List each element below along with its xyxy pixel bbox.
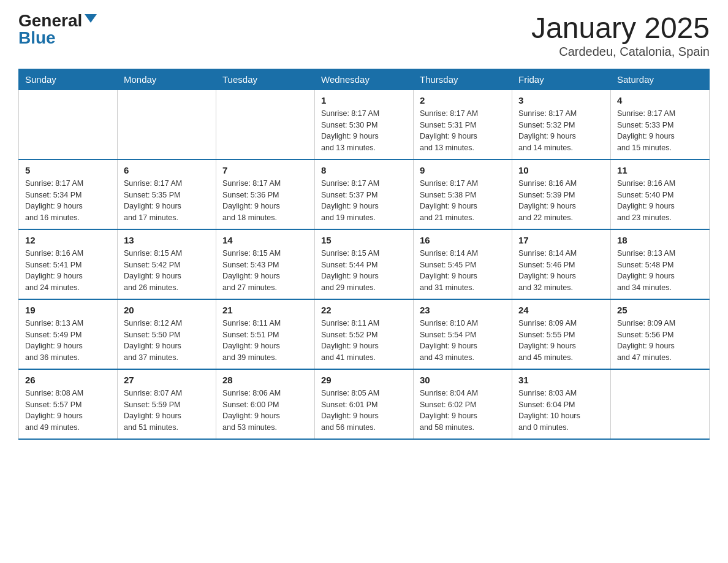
day-info: Sunrise: 8:15 AMSunset: 5:44 PMDaylight:… (321, 248, 407, 294)
calendar-week-row: 1Sunrise: 8:17 AMSunset: 5:30 PMDaylight… (19, 90, 710, 159)
day-info: Sunrise: 8:04 AMSunset: 6:02 PMDaylight:… (420, 388, 506, 434)
calendar-cell: 19Sunrise: 8:13 AMSunset: 5:49 PMDayligh… (19, 299, 118, 369)
calendar-cell (118, 90, 216, 159)
calendar-header-cell-wednesday: Wednesday (315, 69, 414, 90)
calendar-week-row: 12Sunrise: 8:16 AMSunset: 5:41 PMDayligh… (19, 229, 710, 299)
day-number: 31 (518, 375, 604, 385)
day-number: 28 (222, 375, 308, 385)
logo-general-text: General (18, 12, 82, 29)
page-header: General Blue January 2025 Cardedeu, Cata… (18, 12, 710, 59)
day-info: Sunrise: 8:16 AMSunset: 5:39 PMDaylight:… (518, 178, 604, 224)
day-info: Sunrise: 8:17 AMSunset: 5:31 PMDaylight:… (420, 108, 506, 154)
day-info: Sunrise: 8:17 AMSunset: 5:35 PMDaylight:… (124, 178, 210, 224)
calendar-cell: 20Sunrise: 8:12 AMSunset: 5:50 PMDayligh… (118, 299, 216, 369)
day-info: Sunrise: 8:17 AMSunset: 5:37 PMDaylight:… (321, 178, 407, 224)
day-number: 4 (617, 95, 703, 105)
day-number: 24 (518, 305, 604, 315)
day-info: Sunrise: 8:17 AMSunset: 5:33 PMDaylight:… (617, 108, 703, 154)
calendar-header-cell-sunday: Sunday (19, 69, 118, 90)
day-number: 8 (321, 165, 407, 175)
calendar-cell: 2Sunrise: 8:17 AMSunset: 5:31 PMDaylight… (414, 90, 512, 159)
day-number: 15 (321, 235, 407, 245)
day-info: Sunrise: 8:08 AMSunset: 5:57 PMDaylight:… (25, 388, 111, 434)
calendar-cell: 14Sunrise: 8:15 AMSunset: 5:43 PMDayligh… (216, 229, 315, 299)
logo: General Blue (18, 12, 97, 47)
calendar-cell: 7Sunrise: 8:17 AMSunset: 5:36 PMDaylight… (216, 159, 315, 229)
calendar-cell: 31Sunrise: 8:03 AMSunset: 6:04 PMDayligh… (512, 369, 611, 439)
calendar-title: January 2025 (531, 12, 710, 45)
day-number: 14 (222, 235, 308, 245)
day-number: 17 (518, 235, 604, 245)
calendar-cell (611, 369, 710, 439)
day-info: Sunrise: 8:15 AMSunset: 5:43 PMDaylight:… (222, 248, 308, 294)
day-info: Sunrise: 8:06 AMSunset: 6:00 PMDaylight:… (222, 388, 308, 434)
calendar-cell: 18Sunrise: 8:13 AMSunset: 5:48 PMDayligh… (611, 229, 710, 299)
calendar-header: SundayMondayTuesdayWednesdayThursdayFrid… (19, 69, 710, 90)
calendar-cell: 25Sunrise: 8:09 AMSunset: 5:56 PMDayligh… (611, 299, 710, 369)
day-info: Sunrise: 8:15 AMSunset: 5:42 PMDaylight:… (124, 248, 210, 294)
day-info: Sunrise: 8:13 AMSunset: 5:49 PMDaylight:… (25, 318, 111, 364)
calendar-week-row: 5Sunrise: 8:17 AMSunset: 5:34 PMDaylight… (19, 159, 710, 229)
day-number: 23 (420, 305, 506, 315)
day-number: 16 (420, 235, 506, 245)
day-info: Sunrise: 8:05 AMSunset: 6:01 PMDaylight:… (321, 388, 407, 434)
calendar-cell: 11Sunrise: 8:16 AMSunset: 5:40 PMDayligh… (611, 159, 710, 229)
day-number: 29 (321, 375, 407, 385)
calendar-cell: 17Sunrise: 8:14 AMSunset: 5:46 PMDayligh… (512, 229, 611, 299)
day-number: 1 (321, 95, 407, 105)
day-number: 11 (617, 165, 703, 175)
calendar-cell: 13Sunrise: 8:15 AMSunset: 5:42 PMDayligh… (118, 229, 216, 299)
day-number: 19 (25, 305, 111, 315)
calendar-cell: 29Sunrise: 8:05 AMSunset: 6:01 PMDayligh… (315, 369, 414, 439)
day-info: Sunrise: 8:10 AMSunset: 5:54 PMDaylight:… (420, 318, 506, 364)
day-number: 18 (617, 235, 703, 245)
day-info: Sunrise: 8:16 AMSunset: 5:40 PMDaylight:… (617, 178, 703, 224)
calendar-header-row: SundayMondayTuesdayWednesdayThursdayFrid… (19, 69, 710, 90)
day-number: 25 (617, 305, 703, 315)
calendar-cell: 24Sunrise: 8:09 AMSunset: 5:55 PMDayligh… (512, 299, 611, 369)
calendar-header-cell-tuesday: Tuesday (216, 69, 315, 90)
day-number: 13 (124, 235, 210, 245)
logo-blue-text: Blue (18, 29, 56, 47)
calendar-header-cell-saturday: Saturday (611, 69, 710, 90)
day-info: Sunrise: 8:16 AMSunset: 5:41 PMDaylight:… (25, 248, 111, 294)
calendar-header-cell-friday: Friday (512, 69, 611, 90)
calendar-subtitle: Cardedeu, Catalonia, Spain (531, 45, 710, 59)
calendar-cell: 27Sunrise: 8:07 AMSunset: 5:59 PMDayligh… (118, 369, 216, 439)
day-info: Sunrise: 8:14 AMSunset: 5:46 PMDaylight:… (518, 248, 604, 294)
day-info: Sunrise: 8:17 AMSunset: 5:32 PMDaylight:… (518, 108, 604, 154)
calendar-cell: 16Sunrise: 8:14 AMSunset: 5:45 PMDayligh… (414, 229, 512, 299)
calendar-cell: 26Sunrise: 8:08 AMSunset: 5:57 PMDayligh… (19, 369, 118, 439)
calendar-body: 1Sunrise: 8:17 AMSunset: 5:30 PMDaylight… (19, 90, 710, 439)
day-number: 21 (222, 305, 308, 315)
day-number: 3 (518, 95, 604, 105)
calendar-week-row: 26Sunrise: 8:08 AMSunset: 5:57 PMDayligh… (19, 369, 710, 439)
calendar-cell: 10Sunrise: 8:16 AMSunset: 5:39 PMDayligh… (512, 159, 611, 229)
calendar-cell: 28Sunrise: 8:06 AMSunset: 6:00 PMDayligh… (216, 369, 315, 439)
calendar-cell: 22Sunrise: 8:11 AMSunset: 5:52 PMDayligh… (315, 299, 414, 369)
day-number: 2 (420, 95, 506, 105)
calendar-cell: 23Sunrise: 8:10 AMSunset: 5:54 PMDayligh… (414, 299, 512, 369)
day-info: Sunrise: 8:03 AMSunset: 6:04 PMDaylight:… (518, 388, 604, 434)
calendar-cell: 9Sunrise: 8:17 AMSunset: 5:38 PMDaylight… (414, 159, 512, 229)
day-info: Sunrise: 8:14 AMSunset: 5:45 PMDaylight:… (420, 248, 506, 294)
day-info: Sunrise: 8:11 AMSunset: 5:52 PMDaylight:… (321, 318, 407, 364)
title-block: January 2025 Cardedeu, Catalonia, Spain (531, 12, 710, 59)
day-info: Sunrise: 8:17 AMSunset: 5:34 PMDaylight:… (25, 178, 111, 224)
calendar-cell: 5Sunrise: 8:17 AMSunset: 5:34 PMDaylight… (19, 159, 118, 229)
calendar-cell (19, 90, 118, 159)
day-number: 22 (321, 305, 407, 315)
day-info: Sunrise: 8:12 AMSunset: 5:50 PMDaylight:… (124, 318, 210, 364)
day-info: Sunrise: 8:07 AMSunset: 5:59 PMDaylight:… (124, 388, 210, 434)
day-number: 5 (25, 165, 111, 175)
calendar-cell: 8Sunrise: 8:17 AMSunset: 5:37 PMDaylight… (315, 159, 414, 229)
day-number: 10 (518, 165, 604, 175)
calendar-cell (216, 90, 315, 159)
day-number: 7 (222, 165, 308, 175)
day-number: 12 (25, 235, 111, 245)
calendar-cell: 3Sunrise: 8:17 AMSunset: 5:32 PMDaylight… (512, 90, 611, 159)
day-info: Sunrise: 8:17 AMSunset: 5:36 PMDaylight:… (222, 178, 308, 224)
day-info: Sunrise: 8:11 AMSunset: 5:51 PMDaylight:… (222, 318, 308, 364)
logo-triangle-icon (85, 14, 97, 23)
day-info: Sunrise: 8:17 AMSunset: 5:30 PMDaylight:… (321, 108, 407, 154)
